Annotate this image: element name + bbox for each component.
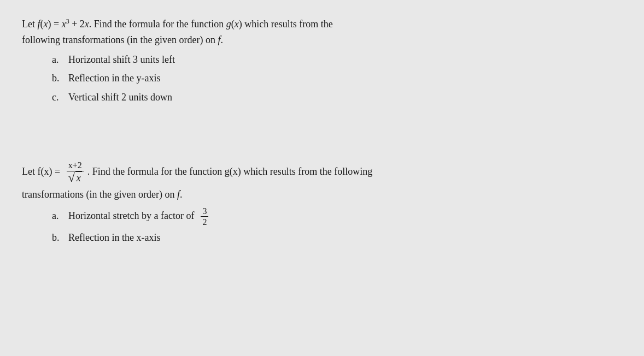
problem-2-list: a. Horizontal stretch by a factor of 3 2… bbox=[22, 206, 596, 246]
stretch-numerator: 3 bbox=[201, 206, 208, 217]
item-2a-text: Horizontal stretch by a factor of 3 2 bbox=[68, 206, 210, 227]
problem-1-intro: Let f(x) = x3 + 2x. Find the formula for… bbox=[22, 16, 596, 48]
sqrt-symbol: √ bbox=[68, 172, 75, 184]
fraction-numerator: x+2 bbox=[67, 160, 84, 171]
sqrt-container: √ x bbox=[68, 171, 82, 185]
stretch-denominator: 2 bbox=[201, 217, 208, 227]
list-label-2a: a. bbox=[52, 207, 64, 224]
list-item: c. Vertical shift 2 units down bbox=[52, 89, 596, 106]
main-fraction: x+2 √ x bbox=[67, 160, 84, 185]
list-label-2b: b. bbox=[52, 229, 64, 246]
content-area: Let f(x) = x3 + 2x. Find the formula for… bbox=[22, 16, 596, 268]
problem-2-fraction: x+2 √ x bbox=[65, 160, 85, 185]
item-b-text: Reflection in the y-axis bbox=[68, 70, 160, 87]
problem-2-intro-before: Let f(x) = bbox=[22, 164, 63, 180]
problem-2-block: Let f(x) = x+2 √ x . Find the formula fo… bbox=[22, 160, 596, 246]
list-label-a: a. bbox=[52, 51, 64, 68]
sqrt-radicand: x bbox=[75, 171, 82, 185]
stretch-factor-fraction: 3 2 bbox=[201, 206, 208, 227]
problem-1-list: a. Horizontal shift 3 units left b. Refl… bbox=[22, 51, 596, 106]
list-item: a. Horizontal stretch by a factor of 3 2 bbox=[52, 206, 596, 227]
list-item: b. Reflection in the y-axis bbox=[52, 70, 596, 87]
list-item: a. Horizontal shift 3 units left bbox=[52, 51, 596, 68]
list-item: b. Reflection in the x-axis bbox=[52, 229, 596, 246]
problem-2-continuation: transformations (in the given order) on … bbox=[22, 187, 596, 203]
item-2b-text: Reflection in the x-axis bbox=[68, 229, 160, 246]
problem-2-intro: Let f(x) = x+2 √ x . Find the formula fo… bbox=[22, 160, 596, 185]
list-label-c: c. bbox=[52, 89, 64, 106]
list-label-b: b. bbox=[52, 70, 64, 87]
item-a-text: Horizontal shift 3 units left bbox=[68, 51, 175, 68]
item-c-text: Vertical shift 2 units down bbox=[68, 89, 172, 106]
problem-2-intro-after: . Find the formula for the function g(x)… bbox=[87, 164, 372, 180]
fraction-denominator: √ x bbox=[67, 171, 84, 185]
spacer bbox=[22, 127, 596, 160]
problem-1-block: Let f(x) = x3 + 2x. Find the formula for… bbox=[22, 16, 596, 105]
